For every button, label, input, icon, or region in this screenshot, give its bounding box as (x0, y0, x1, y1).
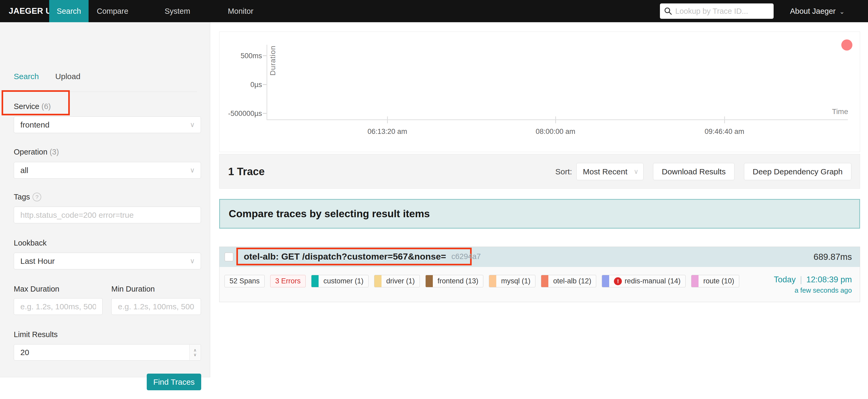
chevron-down-icon: ∨ (190, 121, 195, 129)
chevron-down-icon: ∨ (634, 168, 639, 175)
sort-select[interactable]: Most Recent∨ (577, 163, 644, 180)
tags-label: Tags? (14, 193, 41, 201)
service-badge: !redis-manual (14) (602, 275, 686, 287)
service-badge: driver (1) (374, 275, 420, 287)
service-select[interactable]: frontend∨ (14, 116, 201, 133)
trace-count: 1 Trace (228, 154, 265, 189)
tabs-divider (14, 91, 197, 92)
compare-banner-text: Compare traces by selecting result items (229, 200, 430, 228)
chevron-up-icon: ∧ (193, 348, 197, 352)
trace-lookup-input[interactable] (675, 7, 769, 16)
trace-id: c6294a7 (451, 252, 480, 261)
trace-scatter-point[interactable] (841, 39, 852, 51)
limit-results-label: Limit Results (14, 330, 58, 339)
results-header-row: 1 Trace Sort: Most Recent∨ Download Resu… (219, 154, 860, 189)
top-nav: JAEGER UI Search Compare System Architec… (0, 0, 868, 22)
operation-select[interactable]: all∨ (14, 162, 201, 179)
y-axis-title: Duration (269, 46, 277, 76)
lookback-label: Lookback (14, 239, 46, 247)
nav-tab-compare[interactable]: Compare (97, 0, 127, 22)
y-tick-label: 500ms (219, 52, 262, 60)
search-icon (664, 7, 672, 15)
annotation-box-trace-title: otel-alb: GET /dispatch?customer=567&non… (236, 248, 472, 265)
error-count-badge: 3 Errors (270, 275, 306, 287)
service-color-bar (374, 275, 381, 287)
find-traces-button[interactable]: Find Traces (147, 374, 201, 390)
app-logo[interactable]: JAEGER UI (9, 0, 54, 22)
y-tick-label: 0µs (219, 81, 262, 89)
trace-title-link[interactable]: otel-alb: GET /dispatch?customer=567&non… (244, 251, 446, 262)
about-jaeger-menu[interactable]: About Jaeger⌄ (790, 0, 845, 22)
trace-time: 12:08:39 pm (806, 275, 852, 284)
nav-tab-search[interactable]: Search (49, 0, 89, 22)
search-sidebar: SearchUpload Service (6) frontend∨ Opera… (0, 22, 210, 377)
x-axis-tick (724, 116, 725, 123)
y-axis-line (267, 45, 267, 119)
duration-scatter-chart: 500ms 0µs -500000µs Duration 06:13:20 am… (219, 31, 860, 152)
compare-banner: Compare traces by selecting result items (219, 199, 860, 229)
trace-timestamp: Today|12:08:39 pm a few seconds ago (774, 273, 852, 294)
x-axis-tick (387, 116, 388, 123)
service-badge: otel-alb (12) (541, 275, 596, 287)
service-color-bar (602, 275, 609, 287)
deep-dependency-graph-button[interactable]: Deep Dependency Graph (744, 163, 851, 180)
chevron-down-icon: ∨ (190, 257, 195, 265)
min-duration-label: Min Duration (111, 285, 155, 293)
span-count-badge: 52 Spans (224, 275, 265, 287)
tab-search[interactable]: Search (14, 72, 39, 81)
timestamp-divider: | (800, 275, 802, 284)
service-color-bar (691, 275, 699, 287)
error-icon: ! (614, 277, 622, 285)
max-duration-input[interactable] (14, 298, 102, 315)
x-tick-label: 09:46:40 am (705, 127, 744, 136)
y-axis-tick (263, 113, 267, 114)
download-results-button[interactable]: Download Results (653, 163, 735, 180)
trace-result-card[interactable]: otel-alb: GET /dispatch?customer=567&non… (219, 247, 860, 302)
service-badge: route (10) (691, 275, 739, 287)
trace-duration: 689.87ms (813, 247, 852, 267)
operation-label: Operation (3) (14, 148, 59, 156)
service-color-bar (541, 275, 548, 287)
chevron-down-icon: ∨ (193, 352, 197, 357)
tab-upload[interactable]: Upload (55, 72, 81, 81)
x-axis-line (267, 119, 848, 120)
tags-input[interactable] (14, 207, 201, 223)
trace-card-header[interactable]: otel-alb: GET /dispatch?customer=567&non… (219, 247, 860, 267)
jaeger-search-page: JAEGER UI Search Compare System Architec… (0, 0, 868, 399)
trace-select-checkbox[interactable] (224, 252, 234, 261)
y-axis-tick (263, 84, 267, 85)
min-duration-input[interactable] (111, 298, 201, 315)
trace-date: Today (774, 275, 796, 284)
service-color-bar (311, 275, 319, 287)
service-label: Service (6) (14, 102, 51, 111)
chevron-down-icon: ⌄ (839, 8, 845, 15)
nav-tab-system-architecture[interactable]: System Architecture (144, 0, 211, 22)
service-badge: mysql (1) (489, 275, 535, 287)
limit-results-input[interactable] (14, 344, 201, 361)
lookback-select[interactable]: Last Hour∨ (14, 253, 201, 269)
number-stepper[interactable]: ∧∨ (189, 345, 200, 360)
x-axis-title: Time (832, 107, 848, 116)
chevron-down-icon: ∨ (190, 166, 195, 174)
service-color-bar (489, 275, 496, 287)
y-axis-tick (263, 55, 267, 56)
x-tick-label: 08:00:00 am (536, 127, 575, 136)
help-icon[interactable]: ? (33, 193, 41, 201)
sort-label: Sort: (555, 167, 572, 176)
trace-lookup-box (660, 3, 774, 19)
service-badge: frontend (13) (425, 275, 484, 287)
service-badge: customer (1) (311, 275, 369, 287)
trace-relative-time: a few seconds ago (774, 286, 852, 294)
max-duration-label: Max Duration (14, 285, 59, 293)
x-tick-label: 06:13:20 am (368, 127, 407, 136)
nav-tab-monitor[interactable]: Monitor (227, 0, 254, 22)
trace-tags-row: 52 Spans 3 Errors customer (1) driver (1… (224, 275, 739, 287)
y-tick-label: -500000µs (219, 110, 262, 118)
service-color-bar (426, 275, 433, 287)
x-axis-tick (555, 116, 556, 123)
